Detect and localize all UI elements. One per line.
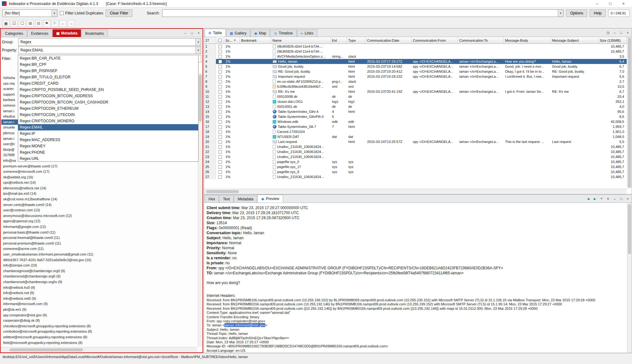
row-checkbox[interactable] <box>219 130 222 134</box>
maximize-window-button[interactable]: □ <box>604 0 617 8</box>
chevron-down-icon[interactable]: ▾ <box>195 39 201 45</box>
email-value-item[interactable]: spy.conspirator@nist.gov (9) <box>1 313 198 318</box>
email-value-item[interactable]: someone@microsoft.com (17) <box>1 169 198 175</box>
tab-metadata[interactable]: ▣Metadata <box>52 29 81 37</box>
column-header-type[interactable]: Type <box>347 37 366 44</box>
row-checkbox[interactable] <box>219 135 222 139</box>
dropdown-option[interactable]: Regex:CRIPTOCOIN_ETHEREUM <box>18 105 198 112</box>
row-checkbox[interactable] <box>219 85 222 88</box>
email-value-item[interactable]: appro@openssl.org (12) <box>1 219 198 224</box>
email-value-item[interactable]: user_emailvalueiaman.informant.personal@… <box>1 252 198 257</box>
table-row[interactable]: 161%Windows.edbedbedb42,008,5 <box>204 119 627 124</box>
search-input[interactable] <box>162 10 558 17</box>
table-row[interactable]: 221%Unalloc_211630_106061824...10,485,7 <box>204 149 627 154</box>
column-header-from[interactable]: Communication:From <box>412 37 458 44</box>
row-checkbox[interactable] <box>219 160 222 164</box>
pin-icon[interactable]: ⌖ <box>599 197 603 201</box>
email-value-item[interactable]: user@contoso.com (13) <box>1 208 198 213</box>
email-value-item[interactable]: anonymous@discussions.microsoft.com (12) <box>1 213 198 219</box>
row-checkbox[interactable] <box>219 150 222 154</box>
row-checkbox[interactable] <box>219 125 222 129</box>
email-value-item[interactable]: ok@crd.none.m12besthalftone (14) <box>1 197 198 202</box>
left-hscrollbar[interactable] <box>1 347 198 352</box>
dropdown-option[interactable]: Regex:CRIPTOCOIN_BITCOIN_ADDRESS <box>18 93 198 99</box>
email-value-item[interactable]: chambersroot@chambersign.org0 (9) <box>1 274 198 279</box>
email-value-item[interactable]: chambersroot@chambersign.org0x (9) <box>1 279 198 285</box>
row-checkbox[interactable] <box>219 95 222 98</box>
email-value-item[interactable]: field@microsoft.grouppolicy.reporting.ex… <box>1 340 198 346</box>
row-checkbox[interactable] <box>219 55 222 58</box>
tab-bookmarks[interactable]: Bookmarks <box>82 30 108 37</box>
tab-categories[interactable]: Categories <box>1 30 27 37</box>
scrollbar-thumb[interactable] <box>9 348 83 351</box>
column-header-ext[interactable]: Ext <box>331 37 347 44</box>
dropdown-option[interactable]: Regex:CRIPTOCOIN_MONERO <box>18 118 198 124</box>
email-value-item[interactable]: rik@webkit.org (16) <box>1 175 198 180</box>
row-checkbox[interactable] <box>219 175 222 179</box>
row-checkbox[interactable] <box>219 140 222 144</box>
tab-gallery[interactable]: ▦Gallery <box>226 29 250 37</box>
close-panel-icon[interactable]: × <box>626 197 630 201</box>
table-row[interactable]: 141%Table-SystemIndex_Gthr.44html95,6 <box>204 109 627 114</box>
stamp-icon[interactable]: ▣ <box>3 20 9 27</box>
help-button[interactable]: Help <box>590 9 606 17</box>
minimize-panel-icon[interactable]: – <box>613 197 617 201</box>
dropdown-option[interactable]: Regex:CRIPTOCOIN_BITCOIN_CASH_CASHADDR <box>18 99 198 105</box>
dropdown-option[interactable]: Regex:MAC_ADDRESS <box>18 137 198 143</box>
remove-bookmark-icon[interactable]: ⊟ <box>35 20 42 27</box>
row-checkbox[interactable] <box>219 60 222 63</box>
column-header-size[interactable]: Size (135MB) <box>598 37 627 44</box>
filter-dropdown[interactable]: [No filter] ▾ <box>3 9 57 17</box>
email-value-item[interactable]: cps@netlock.net (14) <box>1 180 198 186</box>
table-row[interactable]: 211%Unalloc_211630_106061824...10,485,7 <box>204 144 627 149</box>
row-checkbox[interactable] <box>219 110 222 113</box>
table-row[interactable]: 241%pagefile.sys_0syssys10,485,7 <box>204 159 627 164</box>
filter-duplicates-checkbox[interactable]: Filter Listed Duplicates <box>60 11 103 15</box>
row-checkbox[interactable] <box>219 75 222 78</box>
table-row[interactable]: 111%0001000B.dirdirdir20,4 <box>204 94 627 99</box>
table-row[interactable]: 201%Last requesthtml2015-03-24T13:25:57Z… <box>204 139 627 144</box>
dropdown-option[interactable]: Regex:BR_TITULO_ELEITOR <box>18 74 198 80</box>
tab-timeline[interactable]: ◷Timeline <box>270 29 297 37</box>
detach-panel-icon[interactable]: □ <box>619 31 623 34</box>
table-row[interactable]: 61%RE: Good job, buddy.html2015-03-23T19… <box>204 69 627 74</box>
table-row[interactable]: 91%fc39fbc8c85bcb43816b40b7...xmlxml10,0 <box>204 84 627 89</box>
chevron-down-icon[interactable]: ▾ <box>51 10 57 17</box>
tab-preview[interactable]: ◉Preview <box>257 195 283 203</box>
email-value-item[interactable]: info@netlock.net0 (9) <box>1 296 198 302</box>
tab-metadata[interactable]: Metadata <box>234 195 257 203</box>
column-header-score[interactable]: Sc...▼ <box>224 37 240 44</box>
scrollbar-thumb[interactable] <box>628 204 631 254</box>
table-row[interactable]: 151%Table-SystemIndex_GthrPth.558,6 <box>204 114 627 119</box>
check-selected-icon[interactable]: ☑ <box>11 20 18 27</box>
dropdown-option[interactable]: Regex:CRIPTO_POSSIBLE_SEED_PHRASE_EN <box>18 87 198 93</box>
email-value-item[interactable]: checkbox@microsoft.grouppolicy.reporting… <box>1 324 198 329</box>
column-header-to[interactable]: Communication:To <box>458 37 504 44</box>
minimize-panel-icon[interactable]: – <box>613 31 617 34</box>
row-checkbox[interactable] <box>219 105 222 108</box>
row-checkbox[interactable] <box>219 120 222 124</box>
email-value-item[interactable]: caoperator@disig.sk (8) <box>1 318 198 324</box>
row-checkbox[interactable] <box>219 45 222 48</box>
scrollbar-thumb[interactable] <box>206 190 239 193</box>
email-value-item[interactable]: personal-basic@thawte.com0 (11) <box>1 230 198 235</box>
tab-text[interactable]: Text <box>219 195 234 203</box>
left-scrollbar[interactable] <box>198 73 203 347</box>
tab-links[interactable]: ∞Links <box>297 29 317 37</box>
close-window-button[interactable]: × <box>617 0 630 8</box>
next-hit-icon[interactable]: → <box>68 20 75 27</box>
clear-filter-button[interactable]: Clear Filter <box>106 9 132 17</box>
dropdown-option[interactable]: Regex:CRIPTOCOIN_LITECOIN <box>18 112 198 118</box>
column-header-name[interactable]: Name <box>271 37 331 44</box>
email-value-item[interactable]: informant@google.com (12) <box>1 224 198 230</box>
email-value-item[interactable]: server-certs@thawte.com0 (14) <box>1 202 198 208</box>
email-value-item[interactable]: info@izenpe.com (10) <box>1 263 198 268</box>
dropdown-option[interactable]: Regex:CREDIT_CARD <box>18 80 198 87</box>
collapse-icon[interactable]: ∨ <box>606 197 610 201</box>
update-time-icon[interactable]: ◷ <box>606 31 610 35</box>
row-checkbox[interactable] <box>219 70 222 73</box>
table-row[interactable]: 121%ntuser.dat.LOG1log1log1262,1 <box>204 99 627 104</box>
table-row[interactable]: 181%Carved-172810241,901,0 <box>204 129 627 134</box>
email-value-item[interactable]: pki@sk.ee1 (9) <box>1 307 198 313</box>
table-row[interactable]: 261%pagefile.sys_9syssys10,485,7 <box>204 169 627 174</box>
